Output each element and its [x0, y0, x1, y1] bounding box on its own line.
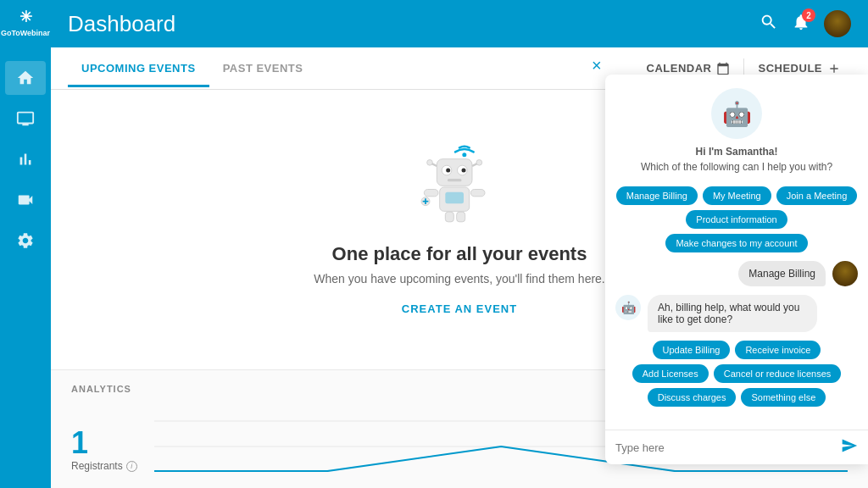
chip-receive-invoice[interactable]: Receive invoice [735, 341, 821, 359]
svg-point-8 [427, 159, 433, 165]
header-icons: 2 [760, 10, 851, 37]
metric-label: Registrants i [71, 460, 137, 472]
bot-response: 🤖 Ah, billing help, what would you like … [615, 295, 858, 332]
svg-rect-13 [424, 189, 438, 196]
svg-point-4 [446, 168, 450, 172]
send-icon [841, 437, 858, 454]
page-title: Dashboard [68, 11, 760, 37]
chip-join-meeting[interactable]: Join a Meeting [776, 186, 858, 205]
tab-past[interactable]: PAST EVENTS [209, 50, 317, 87]
chat-send-button[interactable] [841, 437, 858, 458]
home-icon [16, 69, 35, 87]
chip-product-info[interactable]: Product information [686, 210, 787, 229]
initial-chips: Manage Billing My Meeting Join a Meeting… [615, 186, 858, 252]
settings-icon [16, 231, 35, 250]
chip-discuss-charges[interactable]: Discuss charges [648, 388, 737, 407]
sidebar-nav [0, 61, 51, 258]
sidebar-item-home[interactable] [5, 61, 46, 95]
chip-make-changes[interactable]: Make changes to my account [665, 234, 807, 252]
search-button[interactable] [760, 13, 778, 35]
bot-question: Which of the following can I help you wi… [641, 161, 832, 173]
chip-manage-billing-1[interactable]: Manage Billing [616, 186, 698, 205]
info-icon[interactable]: i [126, 461, 137, 472]
metric-label-text: Registrants [71, 460, 123, 472]
svg-rect-14 [470, 189, 485, 196]
recordings-icon [16, 191, 35, 209]
metric-value: 1 [71, 428, 137, 458]
response-chips: Update Billing Receive invoice Add Licen… [615, 341, 858, 407]
display-icon [16, 109, 35, 128]
svg-rect-12 [445, 191, 464, 202]
sidebar-item-analytics[interactable] [5, 142, 46, 176]
svg-point-0 [462, 152, 466, 157]
search-icon [760, 13, 778, 31]
app-logo: ✳ GoToWebinar [0, 8, 54, 37]
bot-avatar: 🤖 [711, 88, 762, 139]
registrants-metric: 1 Registrants i [71, 428, 137, 472]
analytics-icon [16, 150, 35, 169]
bot-name: Hi I'm Samantha! [696, 146, 778, 158]
sidebar-item-settings[interactable] [5, 224, 46, 258]
tab-upcoming[interactable]: UPCOMING EVENTS [68, 50, 209, 87]
chip-add-licenses[interactable]: Add Licenses [632, 364, 709, 383]
svg-point-10 [476, 159, 482, 165]
events-title: One place for all your events [332, 243, 587, 265]
schedule-label: SCHEDULE [758, 62, 822, 75]
bot-greeting: Hi I'm Samantha! Which of the following … [641, 144, 832, 175]
sidebar: ✳ GoToWebinar [0, 0, 51, 488]
bot-bubble: Ah, billing help, what would you like to… [648, 295, 817, 332]
bot-intro: 🤖 Hi I'm Samantha! Which of the followin… [615, 88, 858, 175]
svg-rect-15 [445, 212, 453, 222]
chip-my-meeting[interactable]: My Meeting [703, 186, 771, 205]
chip-cancel-reduce[interactable]: Cancel or reduce licenses [714, 364, 842, 383]
user-message: Manage Billing [615, 261, 858, 286]
svg-rect-6 [448, 179, 462, 181]
chip-update-billing[interactable]: Update Billing [653, 341, 731, 359]
bot-mini-avatar: 🤖 [615, 295, 641, 320]
chat-overlay: × 🤖 Hi I'm Samantha! Which of the follow… [605, 75, 868, 464]
user-chat-avatar [832, 261, 858, 286]
logo-icon: ✳ [1, 8, 50, 27]
svg-rect-16 [457, 212, 465, 222]
chip-something-else[interactable]: Something else [741, 388, 826, 407]
plus-icon [827, 62, 841, 75]
user-bubble: Manage Billing [738, 261, 826, 286]
top-header: Dashboard 2 [51, 0, 868, 47]
events-subtitle: When you have upcoming events, you'll fi… [314, 272, 605, 286]
sidebar-item-recordings[interactable] [5, 183, 46, 217]
create-event-link[interactable]: CREATE AN EVENT [402, 302, 517, 315]
chat-input[interactable] [615, 441, 834, 454]
user-avatar[interactable] [824, 10, 851, 37]
chat-input-area [605, 430, 868, 464]
avatar-image [824, 10, 851, 37]
logo-text: GoToWebinar [1, 29, 50, 38]
calendar-label: CALENDAR [647, 62, 712, 75]
svg-point-5 [462, 168, 466, 172]
chat-body: 🤖 Hi I'm Samantha! Which of the followin… [605, 75, 868, 430]
calendar-icon [716, 62, 730, 75]
robot-illustration [417, 145, 502, 230]
notification-count: 2 [802, 8, 815, 22]
chat-close-button[interactable]: × [592, 56, 602, 75]
notification-button[interactable]: 2 [792, 13, 810, 35]
sidebar-item-display[interactable] [5, 102, 46, 136]
